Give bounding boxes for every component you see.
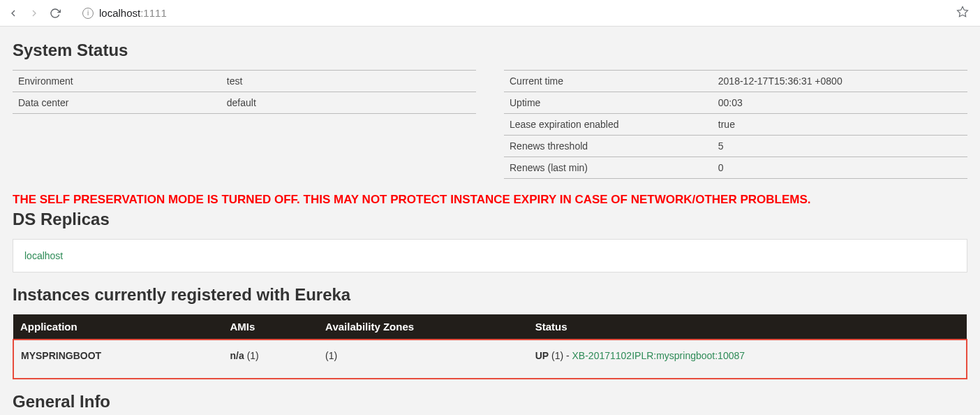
status-label: Uptime: [504, 92, 713, 114]
instance-amis: n/a (1): [223, 340, 319, 379]
col-status: Status: [528, 314, 967, 340]
self-preservation-warning: THE SELF PRESERVATION MODE IS TURNED OFF…: [13, 193, 967, 207]
table-row: Renews threshold 5: [504, 136, 967, 157]
instance-application: MYSPRINGBOOT: [13, 340, 223, 379]
instance-zones: (1): [318, 340, 528, 379]
status-value: 0: [713, 157, 967, 179]
instance-status: UP (1) - XB-20171102IPLR:myspringboot:10…: [528, 340, 967, 379]
bookmark-star-icon[interactable]: [956, 6, 969, 21]
ds-replicas-heading: DS Replicas: [13, 210, 967, 229]
svg-marker-0: [958, 6, 968, 16]
status-label: Renews threshold: [504, 136, 713, 157]
instance-link[interactable]: XB-20171102IPLR:myspringboot:10087: [572, 350, 745, 361]
status-label: Lease expiration enabled: [504, 114, 713, 136]
status-value: 5: [713, 136, 967, 157]
table-row: Current time 2018-12-17T15:36:31 +0800: [504, 71, 967, 92]
env-label: Environment: [13, 71, 221, 92]
reload-button[interactable]: [49, 7, 61, 20]
page-content: System Status Environment test Data cent…: [0, 27, 980, 415]
table-row: Lease expiration enabled true: [504, 114, 967, 136]
col-amis: AMIs: [223, 314, 319, 340]
status-label: Renews (last min): [504, 157, 713, 179]
system-status-heading: System Status: [13, 41, 967, 60]
env-label: Data center: [13, 92, 221, 114]
replica-link[interactable]: localhost: [24, 250, 63, 261]
table-row: Uptime 00:03: [504, 92, 967, 114]
browser-toolbar: i localhost:1111: [0, 0, 980, 27]
status-value: 00:03: [713, 92, 967, 114]
forward-button[interactable]: [28, 7, 40, 20]
table-row: Environment test: [13, 71, 476, 92]
status-value: true: [713, 114, 967, 136]
status-label: Current time: [504, 71, 713, 92]
col-zones: Availability Zones: [318, 314, 528, 340]
environment-table: Environment test Data center default: [13, 70, 476, 114]
general-info-heading: General Info: [13, 392, 967, 412]
status-value: 2018-12-17T15:36:31 +0800: [713, 71, 967, 92]
address-bar[interactable]: i localhost:1111: [75, 4, 948, 22]
table-row: Renews (last min) 0: [504, 157, 967, 179]
replica-box: localhost: [13, 239, 967, 272]
env-value: test: [221, 71, 476, 92]
back-button[interactable]: [7, 7, 20, 20]
url-host: localhost: [99, 7, 140, 19]
col-application: Application: [13, 314, 223, 340]
env-value: default: [221, 92, 476, 114]
instance-row: MYSPRINGBOOT n/a (1) (1) UP (1) - XB-201…: [13, 340, 967, 379]
site-info-icon[interactable]: i: [82, 8, 94, 19]
status-table: Current time 2018-12-17T15:36:31 +0800 U…: [504, 70, 967, 179]
instances-heading: Instances currently registered with Eure…: [13, 285, 967, 305]
table-row: Data center default: [13, 92, 476, 114]
instances-table: Application AMIs Availability Zones Stat…: [13, 314, 967, 379]
url-port: :1111: [140, 7, 167, 19]
